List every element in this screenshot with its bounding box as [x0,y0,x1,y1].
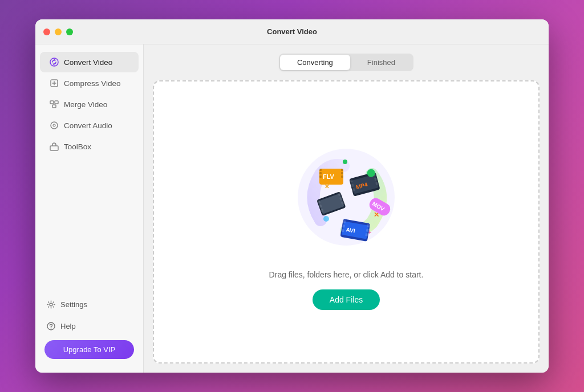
drop-area[interactable]: ✕ ✕ + FLV [153,80,540,364]
svg-point-14 [343,160,347,164]
sidebar-bottom: Settings Help Upgrade To VIP [35,290,143,366]
svg-rect-24 [341,169,343,171]
convert-audio-icon [49,120,59,130]
convert-video-icon [49,57,59,67]
settings-icon [46,299,56,309]
sidebar-item-settings[interactable]: Settings [40,295,139,314]
sidebar-item-compress-video[interactable]: Compress Video [40,73,139,93]
svg-rect-5 [55,101,58,104]
svg-rect-6 [52,105,56,108]
sidebar-item-convert-video[interactable]: Convert Video [40,52,139,72]
tab-bar: Converting Finished [153,54,540,71]
sidebar-item-convert-audio[interactable]: Convert Audio [40,115,139,136]
drop-hint-text: Drag files, folders here, or click Add t… [269,270,424,279]
sidebar-item-toolbox[interactable]: ToolBox [40,136,139,157]
svg-text:FLV: FLV [323,173,335,180]
tab-converting[interactable]: Converting [280,55,350,70]
add-files-button[interactable]: Add Files [313,289,380,310]
svg-point-8 [53,124,55,126]
illustration: ✕ ✕ + FLV [283,134,409,260]
app-window: Convert Video Convert Video [35,19,549,373]
sidebar-item-merge-video[interactable]: Merge Video [40,94,139,115]
compress-video-icon [49,78,59,88]
sidebar-label-convert-audio: Convert Audio [64,121,112,130]
svg-rect-52 [366,228,370,232]
content-area: Convert Video Compress Video [35,44,549,373]
tab-finished[interactable]: Finished [350,55,412,70]
window-title: Convert Video [267,27,317,36]
svg-rect-23 [319,175,322,178]
sidebar-label-merge-video: Merge Video [64,100,107,109]
titlebar: Convert Video [35,19,549,44]
svg-rect-51 [367,224,370,227]
svg-rect-22 [319,172,322,174]
sidebar-label-toolbox: ToolBox [64,142,91,151]
minimize-button[interactable] [55,28,62,35]
svg-rect-21 [319,169,322,171]
toolbox-icon [49,141,59,152]
help-label: Help [60,322,76,330]
svg-rect-50 [341,228,344,232]
tab-group: Converting Finished [279,54,413,71]
svg-rect-53 [365,233,368,236]
svg-rect-26 [341,175,343,178]
svg-point-7 [51,122,58,129]
sidebar: Convert Video Compress Video [35,44,144,373]
svg-rect-4 [50,101,54,104]
upgrade-vip-button[interactable]: Upgrade To VIP [44,340,134,359]
svg-point-15 [323,216,329,222]
svg-point-10 [50,303,52,306]
svg-rect-25 [341,172,343,174]
merge-video-icon [49,99,59,109]
svg-rect-48 [343,219,346,223]
maximize-button[interactable] [66,28,73,35]
sidebar-label-convert-video: Convert Video [64,58,112,67]
close-button[interactable] [43,28,50,35]
svg-rect-49 [342,224,345,227]
sidebar-label-compress-video: Compress Video [64,79,121,88]
svg-point-12 [50,328,51,328]
main-content: Converting Finished [144,44,549,373]
settings-label: Settings [60,300,87,309]
sidebar-item-help[interactable]: Help [40,316,139,336]
traffic-lights [43,28,73,35]
help-icon [46,321,56,331]
svg-rect-9 [50,146,58,150]
sidebar-nav: Convert Video Compress Video [35,51,143,290]
